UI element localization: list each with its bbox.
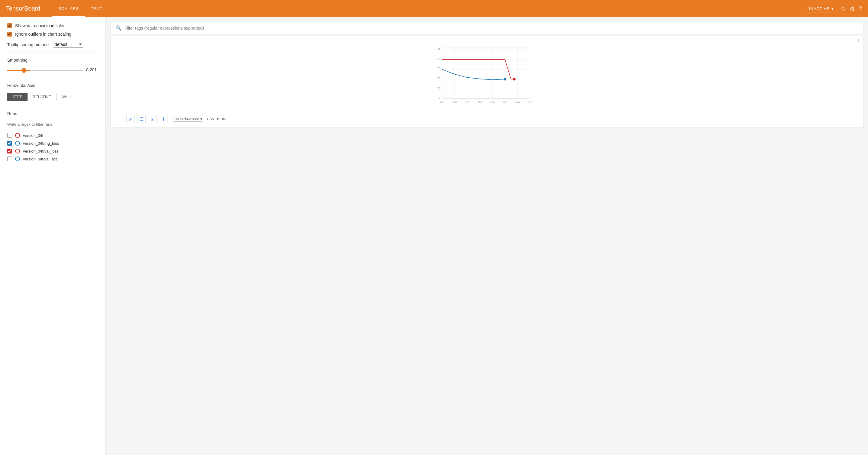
csv-json-buttons: CSV JSON [207,117,225,121]
divider-2 [7,78,98,78]
run-label-3: version_0/tf/val_acc [23,157,58,161]
axis-relative-button[interactable]: RELATIVE [28,93,56,101]
run-checkbox-3[interactable] [7,157,12,161]
svg-text:360: 360 [477,101,482,104]
svg-text:240: 240 [440,101,444,104]
run-to-download[interactable]: run to download ▾ [174,117,202,122]
blue-dot [503,78,506,80]
show-download-links-row: Show data download links [7,23,98,28]
axis-wall-button[interactable]: WALL [56,93,77,101]
run-item[interactable]: version_0/tf [7,133,98,138]
svg-text:0.2: 0.2 [437,77,441,80]
smoothing-slider[interactable] [7,70,83,71]
app-layout: Show data download links Ignore outliers… [0,17,868,455]
svg-rect-6 [442,47,530,99]
csv-button[interactable]: CSV [207,117,214,121]
run-circle-1 [15,141,20,145]
ignore-outliers-label[interactable]: Ignore outliers in chart scaling [15,32,71,37]
filter-tags-input[interactable] [125,26,858,31]
expand-button[interactable]: ⤢ [126,115,135,123]
expand-icon: ⤢ [129,116,133,122]
json-button[interactable]: JSON [216,117,226,121]
image-button[interactable]: ⊡ [148,115,157,123]
run-label-2: version_0/tf/val_loss [23,149,59,154]
run-checkbox-2[interactable] [7,149,12,154]
run-item-2[interactable]: version_0/tf/val_loss [7,149,98,154]
search-icon: 🔍 [116,25,122,31]
horizontal-axis-title: Horizontal Axis [7,83,98,88]
nav-text[interactable]: TEXT [85,0,108,17]
header: TensorBoard SCALARS TEXT INACTIVE ▾ ↻ ⚙ … [0,0,868,17]
download-button[interactable]: ⬇ [159,115,167,123]
ignore-outliers-row: Ignore outliers in chart scaling [7,32,98,37]
download-icon: ⬇ [161,116,165,122]
runs-filter-input[interactable] [7,121,98,128]
settings-icon[interactable]: ⚙ [849,5,855,12]
run-item-1[interactable]: version_0/tf/tng_loss [7,141,98,145]
run-label-1: version_0/tf/tng_loss [23,141,59,145]
runs-title: Runs [7,111,98,116]
run-label-0: version_0/tf [23,133,43,138]
smoothing-title: Smoothing [7,58,98,63]
svg-text:320: 320 [465,101,469,104]
panel-number: 1 [858,39,860,43]
divider-3 [7,106,98,106]
divider-1 [7,53,98,53]
svg-text:0.5: 0.5 [437,47,441,50]
sidebar: Show data download links Ignore outliers… [0,17,106,455]
main-content: 🔍 1 0.5 0.4 0.3 0.2 [106,17,868,455]
run-checkbox-1[interactable] [7,141,12,145]
logo: TensorBoard [6,5,40,12]
svg-text:400: 400 [490,101,495,104]
show-download-links-label[interactable]: Show data download links [15,23,64,28]
show-download-links-checkbox[interactable] [7,23,12,28]
run-circle-2 [15,149,20,154]
lines-icon: ☰ [139,116,144,122]
run-circle-0 [15,133,20,138]
tooltip-sorting-label: Tooltip sorting method: [7,42,50,47]
filter-bar: 🔍 [111,22,863,34]
header-right: INACTIVE ▾ ↻ ⚙ ? [806,5,862,12]
axis-step-button[interactable]: STEP [7,93,28,101]
svg-text:520: 520 [528,101,532,104]
tooltip-sorting-row: Tooltip sorting method: default ascendin… [7,41,98,48]
lines-button[interactable]: ☰ [137,115,146,123]
smoothing-row: 0.201 [7,67,98,73]
status-dropdown[interactable]: INACTIVE ▾ [806,5,837,12]
tooltip-sorting-select[interactable]: default ascending descending nearest [54,41,83,48]
svg-text:0.3: 0.3 [437,67,441,70]
run-item-3[interactable]: version_0/tf/val_acc [7,157,98,161]
main-nav: SCALARS TEXT [52,0,108,17]
image-icon: ⊡ [151,116,154,122]
chart-svg: 0.5 0.4 0.3 0.2 0.1 0 [430,43,544,109]
svg-text:440: 440 [503,101,507,104]
run-dropdown-arrow: ▾ [200,117,202,121]
svg-text:0.4: 0.4 [437,57,441,60]
smoothing-value: 0.201 [86,67,98,73]
run-circle-3 [15,157,20,161]
ignore-outliers-checkbox[interactable] [7,32,12,37]
refresh-icon[interactable]: ↻ [841,5,846,12]
help-icon[interactable]: ? [859,5,862,12]
svg-text:280: 280 [453,101,457,104]
axis-buttons-group: STEP RELATIVE WALL [7,93,98,101]
svg-text:0: 0 [439,96,440,99]
chart-toolbar: ⤢ ☰ ⊡ ⬇ run to download ▾ CSV JSON [114,115,860,123]
red-dot [513,78,516,80]
nav-scalars[interactable]: SCALARS [52,0,85,17]
chart-panel: 1 0.5 0.4 0.3 0.2 0.1 0 [111,36,863,127]
chart-area: 0.5 0.4 0.3 0.2 0.1 0 [114,40,860,112]
run-checkbox-0[interactable] [7,133,12,138]
svg-text:0.1: 0.1 [437,87,441,90]
svg-text:480: 480 [515,101,520,104]
run-to-download-label: run to download [174,117,199,121]
